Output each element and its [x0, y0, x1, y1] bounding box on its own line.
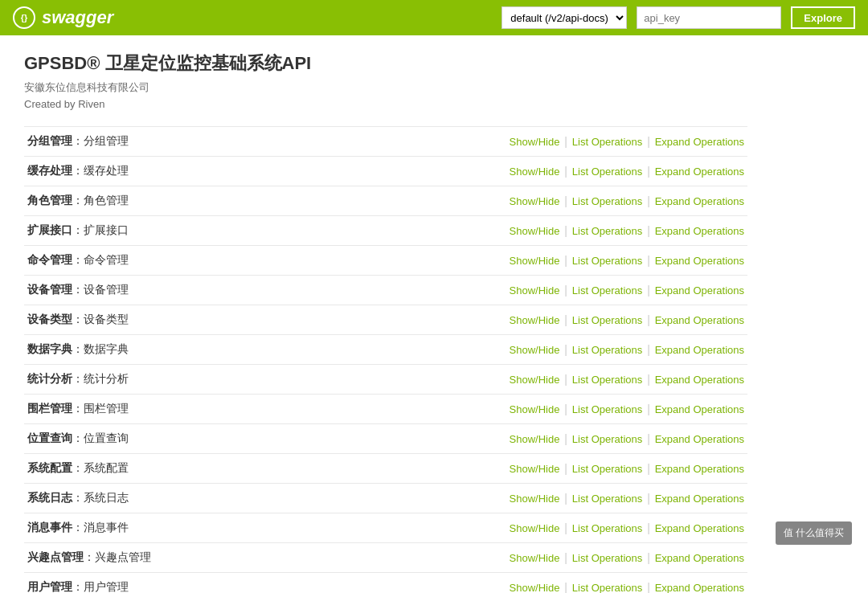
list-operations-link[interactable]: List Operations	[572, 136, 642, 148]
separator: |	[644, 254, 653, 267]
api-group-actions-cell: Show/Hide | List Operations | Expand Ope…	[506, 424, 747, 454]
list-operations-link[interactable]: List Operations	[572, 344, 642, 356]
expand-operations-link[interactable]: Expand Operations	[655, 225, 744, 237]
expand-operations-link[interactable]: Expand Operations	[655, 166, 744, 178]
show-hide-link[interactable]: Show/Hide	[510, 136, 560, 148]
list-operations-link[interactable]: List Operations	[572, 493, 642, 505]
api-group-colon: ：	[72, 402, 84, 415]
separator: |	[644, 284, 653, 296]
show-hide-link[interactable]: Show/Hide	[510, 284, 560, 296]
show-hide-link[interactable]: Show/Hide	[510, 314, 560, 326]
separator: |	[561, 194, 570, 207]
list-operations-link[interactable]: List Operations	[572, 166, 642, 178]
api-group-bold-name: 系统日志	[27, 491, 72, 504]
list-operations-link[interactable]: List Operations	[572, 225, 642, 237]
api-group-bold-name: 位置查询	[27, 431, 72, 444]
expand-operations-link[interactable]: Expand Operations	[655, 403, 744, 415]
explore-button[interactable]: Explore	[791, 6, 855, 29]
expand-operations-link[interactable]: Expand Operations	[655, 314, 744, 326]
separator: |	[644, 194, 653, 207]
api-key-input[interactable]	[637, 6, 781, 29]
list-operations-link[interactable]: List Operations	[572, 433, 642, 445]
list-operations-link[interactable]: List Operations	[572, 463, 642, 475]
api-group-row: 命令管理：命令管理Show/Hide | List Operations | E…	[24, 246, 747, 276]
show-hide-link[interactable]: Show/Hide	[510, 403, 560, 415]
list-operations-link[interactable]: List Operations	[572, 582, 642, 593]
api-group-colon: ：	[72, 342, 84, 355]
api-group-actions-cell: Show/Hide | List Operations | Expand Ope…	[506, 335, 747, 365]
show-hide-link[interactable]: Show/Hide	[510, 522, 560, 534]
api-group-name-cell: 系统日志：系统日志	[24, 484, 506, 513]
api-group-row: 统计分析：统计分析Show/Hide | List Operations | E…	[24, 365, 747, 395]
api-group-bold-name: 消息事件	[27, 521, 72, 534]
list-operations-link[interactable]: List Operations	[572, 314, 642, 326]
expand-operations-link[interactable]: Expand Operations	[655, 284, 744, 296]
separator: |	[644, 343, 653, 356]
list-operations-link[interactable]: List Operations	[572, 552, 642, 564]
list-operations-link[interactable]: List Operations	[572, 403, 642, 415]
expand-operations-link[interactable]: Expand Operations	[655, 522, 744, 534]
show-hide-link[interactable]: Show/Hide	[510, 463, 560, 475]
api-group-row: 系统日志：系统日志Show/Hide | List Operations | E…	[24, 484, 747, 513]
api-group-row: 消息事件：消息事件Show/Hide | List Operations | E…	[24, 513, 747, 543]
api-group-colon: ：	[72, 194, 84, 207]
expand-operations-link[interactable]: Expand Operations	[655, 552, 744, 564]
api-group-actions-cell: Show/Hide | List Operations | Expand Ope…	[506, 543, 747, 573]
api-group-rest-name: 缓存处理	[84, 164, 129, 177]
api-version-select[interactable]: default (/v2/api-docs)	[502, 6, 627, 29]
api-group-row: 缓存处理：缓存处理Show/Hide | List Operations | E…	[24, 157, 747, 186]
expand-operations-link[interactable]: Expand Operations	[655, 136, 744, 148]
separator: |	[644, 403, 653, 415]
api-group-colon: ：	[72, 313, 84, 325]
api-group-colon: ：	[84, 550, 95, 563]
expand-operations-link[interactable]: Expand Operations	[655, 493, 744, 505]
list-operations-link[interactable]: List Operations	[572, 374, 642, 386]
expand-operations-link[interactable]: Expand Operations	[655, 344, 744, 356]
show-hide-link[interactable]: Show/Hide	[510, 255, 560, 267]
show-hide-link[interactable]: Show/Hide	[510, 374, 560, 386]
api-group-name-cell: 围栏管理：围栏管理	[24, 395, 506, 424]
api-group-bold-name: 扩展接口	[27, 223, 72, 236]
expand-operations-link[interactable]: Expand Operations	[655, 374, 744, 386]
show-hide-link[interactable]: Show/Hide	[510, 582, 560, 593]
show-hide-link[interactable]: Show/Hide	[510, 344, 560, 356]
list-operations-link[interactable]: List Operations	[572, 195, 642, 207]
separator: |	[561, 462, 570, 475]
api-group-actions-cell: Show/Hide | List Operations | Expand Ope…	[506, 127, 747, 157]
list-operations-link[interactable]: List Operations	[572, 284, 642, 296]
show-hide-link[interactable]: Show/Hide	[510, 433, 560, 445]
list-operations-link[interactable]: List Operations	[572, 255, 642, 267]
api-group-rest-name: 设备管理	[84, 283, 129, 296]
show-hide-link[interactable]: Show/Hide	[510, 552, 560, 564]
swagger-logo-text: swagger	[42, 7, 113, 28]
show-hide-link[interactable]: Show/Hide	[510, 493, 560, 505]
main-content: GPSBD® 卫星定位监控基础系统API 安徽东位信息科技有限公司 Create…	[0, 35, 772, 593]
expand-operations-link[interactable]: Expand Operations	[655, 433, 744, 445]
expand-operations-link[interactable]: Expand Operations	[655, 195, 744, 207]
separator: |	[561, 224, 570, 237]
api-group-row: 设备类型：设备类型Show/Hide | List Operations | E…	[24, 305, 747, 335]
api-group-bold-name: 设备类型	[27, 313, 72, 325]
show-hide-link[interactable]: Show/Hide	[510, 166, 560, 178]
show-hide-link[interactable]: Show/Hide	[510, 225, 560, 237]
api-group-rest-name: 角色管理	[84, 194, 129, 207]
separator: |	[644, 432, 653, 445]
api-group-colon: ：	[72, 521, 84, 534]
api-group-name-cell: 用户管理：用户管理	[24, 573, 506, 594]
expand-operations-link[interactable]: Expand Operations	[655, 255, 744, 267]
api-group-name-cell: 角色管理：角色管理	[24, 186, 506, 216]
expand-operations-link[interactable]: Expand Operations	[655, 582, 744, 593]
api-group-bold-name: 统计分析	[27, 372, 72, 385]
separator: |	[561, 373, 570, 386]
separator: |	[644, 581, 653, 593]
api-group-name-cell: 分组管理：分组管理	[24, 127, 506, 157]
api-group-rest-name: 系统日志	[84, 491, 129, 504]
show-hide-link[interactable]: Show/Hide	[510, 195, 560, 207]
list-operations-link[interactable]: List Operations	[572, 522, 642, 534]
api-group-row: 数据字典：数据字典Show/Hide | List Operations | E…	[24, 335, 747, 365]
expand-operations-link[interactable]: Expand Operations	[655, 463, 744, 475]
api-group-actions-cell: Show/Hide | List Operations | Expand Ope…	[506, 246, 747, 276]
api-group-rest-name: 消息事件	[84, 521, 129, 534]
separator: |	[644, 492, 653, 505]
api-group-rest-name: 统计分析	[84, 372, 129, 385]
